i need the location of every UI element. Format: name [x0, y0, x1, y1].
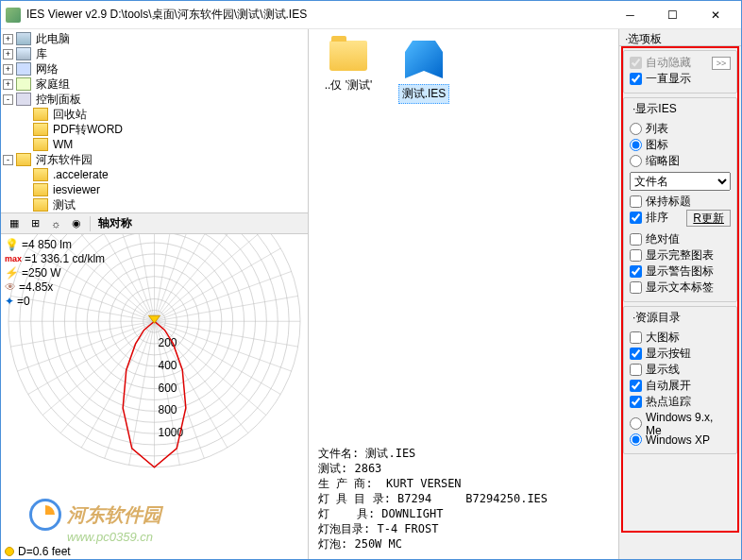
tree-expander[interactable] — [20, 110, 30, 120]
opt-group-showies: ·显示IES 列表 图标 缩略图 文件名 保持标题 排序R更新 绝对值 显示完整… — [623, 97, 737, 302]
tree-item[interactable]: -控制面板 — [3, 92, 306, 107]
control-icon — [16, 93, 31, 106]
tree-expander[interactable] — [20, 170, 30, 180]
tree-label: 河东软件园 — [34, 152, 94, 168]
chk-big-icon[interactable] — [630, 331, 642, 344]
file-browser[interactable]: ..仅 '测试'测试.IES — [309, 29, 618, 438]
svg-text:400: 400 — [158, 359, 177, 372]
maximize-button[interactable]: ☐ — [651, 2, 694, 28]
offset-value: =0 — [17, 295, 30, 309]
options-title: ·选项板 — [619, 29, 741, 46]
homegroup-icon — [16, 77, 31, 91]
minimize-button[interactable]: ─ — [609, 2, 651, 28]
radio-win9x[interactable] — [630, 417, 642, 430]
tree-item[interactable]: WM — [3, 137, 306, 152]
radio-thumb[interactable] — [630, 155, 642, 167]
window-controls: ─ ☐ ✕ — [609, 2, 736, 28]
svg-line-32 — [129, 234, 155, 321]
tree-label: 此电脑 — [34, 31, 72, 47]
tree-label: 库 — [34, 46, 49, 62]
tree-label: .accelerate — [51, 168, 110, 181]
svg-line-26 — [155, 234, 266, 321]
tool-btn-2[interactable]: ⊞ — [25, 215, 44, 232]
svg-line-44 — [42, 321, 154, 415]
chk-abs[interactable] — [630, 233, 642, 246]
tool-btn-4[interactable]: ◉ — [67, 215, 86, 232]
tree-expander[interactable]: + — [3, 49, 13, 59]
folder-icon — [33, 108, 48, 121]
window-title: IES Viewer v2.9 D:\tools\桌面\河东软件园\测试\测试.… — [26, 7, 609, 23]
folder-icon — [329, 41, 367, 71]
close-button[interactable]: ✕ — [694, 2, 736, 28]
tree-item[interactable]: 回收站 — [3, 107, 306, 122]
chk-warn-icon[interactable] — [630, 265, 642, 278]
tree-label: PDF转WORD — [51, 122, 125, 138]
radio-icon[interactable] — [630, 139, 642, 151]
tree-item[interactable]: +库 — [3, 46, 306, 61]
file-item[interactable]: 测试.IES — [396, 41, 452, 104]
tree-item[interactable]: 测试 — [3, 197, 306, 212]
tree-label: 家庭组 — [34, 76, 72, 93]
refresh-button[interactable]: R更新 — [686, 210, 731, 227]
tool-btn-1[interactable]: ▦ — [5, 215, 24, 232]
tree-expander[interactable]: + — [3, 64, 13, 75]
chk-always-show[interactable] — [630, 73, 642, 85]
tree-expander[interactable] — [20, 200, 30, 211]
tree-item[interactable]: PDF转WORD — [3, 122, 306, 137]
folder-tree[interactable]: +此电脑+库+网络+家庭组-控制面板回收站PDF转WORDWM-河东软件园.ac… — [1, 29, 308, 213]
file-name: 测试.IES — [398, 84, 450, 104]
expand-button[interactable]: >> — [712, 57, 731, 70]
file-item[interactable]: ..仅 '测试' — [320, 41, 377, 94]
tree-expander[interactable] — [20, 140, 30, 150]
symmetry-label: 轴对称 — [98, 215, 132, 231]
chk-keep-title[interactable] — [630, 195, 642, 208]
chk-hotspot[interactable] — [630, 396, 642, 408]
max-icon: max — [5, 252, 22, 266]
file-name: ..仅 '测试' — [322, 76, 376, 94]
tree-item[interactable]: +网络 — [3, 61, 306, 76]
tree-label: 回收站 — [51, 107, 89, 123]
tree-label: 网络 — [34, 61, 60, 77]
tree-item[interactable]: +家庭组 — [3, 76, 306, 92]
svg-text:800: 800 — [158, 403, 177, 416]
tree-item[interactable]: iesviewer — [3, 182, 306, 197]
chk-sort[interactable] — [630, 212, 642, 224]
tree-expander[interactable] — [20, 185, 30, 195]
tree-label: iesviewer — [51, 183, 102, 196]
tool-btn-3[interactable]: ☼ — [46, 215, 65, 232]
bolt-icon: ⚡ — [5, 266, 19, 280]
tree-expander[interactable]: - — [3, 94, 13, 105]
folder-icon — [33, 198, 48, 212]
tree-item[interactable]: +此电脑 — [3, 31, 306, 46]
ies-icon — [405, 41, 443, 78]
polar-footer: D=0.6 feet — [1, 544, 308, 559]
tree-expander[interactable] — [20, 125, 30, 135]
sort-select[interactable]: 文件名 — [630, 172, 731, 191]
tree-label: 控制面板 — [34, 92, 83, 108]
folder-icon — [33, 138, 48, 151]
tree-expander[interactable]: + — [3, 79, 13, 90]
tree-item[interactable]: -河东软件园 — [3, 152, 306, 167]
library-icon — [16, 47, 31, 60]
chk-show-btn[interactable] — [630, 348, 642, 360]
status-dot-icon — [5, 547, 14, 556]
polar-chart-area: 💡=4 850 lm max=1 336.1 cd/klm ⚡=250 W 👁=… — [1, 234, 308, 559]
chk-full-chart[interactable] — [630, 249, 642, 262]
bulb-icon: 💡 — [5, 238, 19, 252]
tree-item[interactable]: .accelerate — [3, 167, 306, 182]
chk-show-line[interactable] — [630, 364, 642, 376]
chk-text-label[interactable] — [630, 281, 642, 294]
svg-line-27 — [155, 234, 248, 321]
lumens-value: =4 850 lm — [22, 238, 72, 252]
tree-expander[interactable]: + — [3, 34, 13, 44]
radio-list[interactable] — [630, 123, 642, 135]
radio-winxp[interactable] — [630, 433, 642, 446]
chk-auto-expand[interactable] — [630, 380, 642, 392]
tree-expander[interactable]: - — [3, 155, 13, 165]
polar-toolbar: ▦ ⊞ ☼ ◉ 轴对称 — [1, 213, 308, 234]
svg-line-42 — [17, 321, 154, 371]
folderopen-icon — [16, 153, 31, 166]
folder-icon — [33, 123, 48, 136]
network-icon — [16, 62, 31, 76]
watts-value: =250 W — [22, 266, 61, 280]
